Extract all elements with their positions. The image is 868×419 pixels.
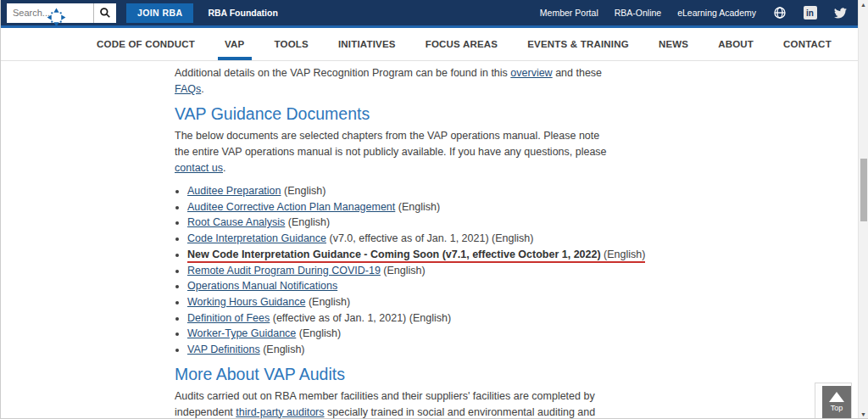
inline-link-contact-us[interactable]: contact us [175, 162, 223, 174]
rba-foundation-link[interactable]: RBA Foundation [208, 8, 277, 18]
guidance-document-list: Auditee Preparation (English)Auditee Cor… [175, 183, 609, 358]
topbar-link-elearning-academy[interactable]: eLearning Academy [677, 8, 756, 18]
inline-link-faqs[interactable]: FAQs [175, 83, 201, 95]
highlighted-document: New Code Interpretation Guidance - Comin… [187, 249, 645, 263]
search-button[interactable] [93, 3, 116, 23]
rba-compass-logo[interactable] [46, 7, 67, 28]
nav-item-initiatives[interactable]: INITIATIVES [331, 28, 403, 60]
nav-item-code-of-conduct[interactable]: CODE OF CONDUCT [90, 28, 202, 60]
doc-link-operations-manual-notifications[interactable]: Operations Manual Notifications [187, 280, 337, 292]
doc-suffix: (English) [601, 249, 646, 260]
doc-link-remote-audit-program-during-covid-19[interactable]: Remote Audit Program During COVID-19 [187, 265, 381, 277]
twitter-icon[interactable] [833, 6, 848, 20]
doc-suffix: (effective as of Jan. 1, 2021) (English) [270, 312, 451, 324]
doc-link-vap-definitions[interactable]: VAP Definitions [187, 344, 260, 355]
document-list-item: Operations Manual Notifications [187, 278, 609, 294]
main-navigation: CODE OF CONDUCTVAPTOOLSINITIATIVESFOCUS … [0, 28, 858, 61]
document-list-item: Code Interpretation Guidance (v7.0, effe… [187, 231, 609, 247]
topbar-link-member-portal[interactable]: Member Portal [540, 8, 598, 18]
doc-link-code-interpretation-guidance[interactable]: Code Interpretation Guidance [187, 232, 326, 244]
nav-item-events-training[interactable]: EVENTS & TRAINING [520, 28, 636, 60]
text-segment: The below documents are selected chapter… [175, 130, 607, 158]
topbar-link-rba-online[interactable]: RBA-Online [615, 8, 661, 18]
text-segment: and these [553, 67, 602, 79]
more-about-paragraph: Audits carried out on RBA member facilit… [175, 388, 609, 419]
doc-link-auditee-preparation[interactable]: Auditee Preparation [187, 185, 281, 197]
text-segment: Additional details on the VAP Recognitio… [175, 67, 510, 79]
nav-item-focus-areas[interactable]: FOCUS AREAS [419, 28, 504, 60]
nav-item-news[interactable]: NEWS [652, 28, 695, 60]
doc-suffix: (English) [305, 296, 350, 308]
doc-bold-text: New Code Interpretation Guidance - Comin… [187, 249, 601, 260]
inline-link-third-party-auditors[interactable]: third-party auditors [236, 406, 324, 418]
document-list-item: New Code Interpretation Guidance - Comin… [187, 247, 609, 263]
doc-link-auditee-corrective-action-plan-management[interactable]: Auditee Corrective Action Plan Managemen… [187, 201, 395, 213]
search-icon [99, 7, 111, 19]
scroll-up-arrow-icon[interactable]: ▲ [859, 2, 868, 8]
scrollbar-thumb[interactable] [860, 159, 867, 221]
document-list-item: Definition of Fees (effective as of Jan.… [187, 310, 609, 327]
nav-item-tools[interactable]: TOOLS [268, 28, 315, 60]
doc-link-working-hours-guidance[interactable]: Working Hours Guidance [187, 296, 305, 308]
doc-suffix: (v7.0, effective as of Jan. 1, 2021) (En… [326, 232, 533, 244]
document-list-item: Working Hours Guidance (English) [187, 294, 609, 310]
document-list-item: Root Cause Analysis (English) [187, 215, 609, 231]
vertical-scrollbar[interactable]: ▲ ▼ [858, 0, 868, 419]
up-arrow-icon [829, 392, 844, 402]
back-to-top-label: Top [831, 404, 843, 412]
doc-link-worker-type-guidance[interactable]: Worker-Type Guidance [187, 327, 296, 339]
text-segment: . [223, 162, 225, 174]
doc-suffix: (English) [260, 344, 305, 355]
doc-suffix: (English) [285, 216, 330, 228]
page-content: Additional details on the VAP Recognitio… [175, 65, 609, 419]
inline-link-overview[interactable]: overview [510, 67, 552, 79]
more-about-heading: More About VAP Audits [175, 364, 609, 384]
doc-link-root-cause-analysis[interactable]: Root Cause Analysis [187, 216, 285, 228]
doc-suffix: (English) [381, 265, 426, 277]
back-to-top-button[interactable]: Top [822, 386, 851, 418]
top-utility-bar: JOIN RBA RBA Foundation Member PortalRBA… [0, 0, 868, 28]
text-segment: . [201, 83, 203, 95]
doc-suffix: (English) [395, 201, 440, 213]
document-list-item: Auditee Preparation (English) [187, 183, 609, 199]
document-list-item: Auditee Corrective Action Plan Managemen… [187, 199, 609, 215]
doc-suffix: (English) [281, 185, 326, 197]
globe-icon[interactable] [772, 6, 787, 20]
intro-paragraph: Additional details on the VAP Recognitio… [175, 65, 609, 98]
nav-item-about[interactable]: ABOUT [711, 28, 760, 60]
document-list-item: Remote Audit Program During COVID-19 (En… [187, 263, 609, 279]
doc-link-definition-of-fees[interactable]: Definition of Fees [187, 312, 270, 324]
topbar-right-links: Member PortalRBA-OnlineeLearning Academy… [540, 6, 848, 20]
join-rba-button[interactable]: JOIN RBA [126, 3, 193, 23]
back-to-top-container: Top [815, 383, 852, 419]
nav-item-vap[interactable]: VAP [218, 28, 251, 60]
scroll-down-arrow-icon[interactable]: ▼ [859, 411, 868, 417]
document-list-item: Worker-Type Guidance (English) [187, 326, 609, 342]
guidance-paragraph: The below documents are selected chapter… [175, 128, 609, 176]
document-list-item: VAP Definitions (English) [187, 342, 609, 358]
doc-suffix: (English) [296, 327, 341, 339]
linkedin-icon[interactable]: in [803, 6, 817, 20]
guidance-heading: VAP Guidance Documents [175, 103, 609, 124]
nav-item-contact[interactable]: CONTACT [776, 28, 838, 60]
